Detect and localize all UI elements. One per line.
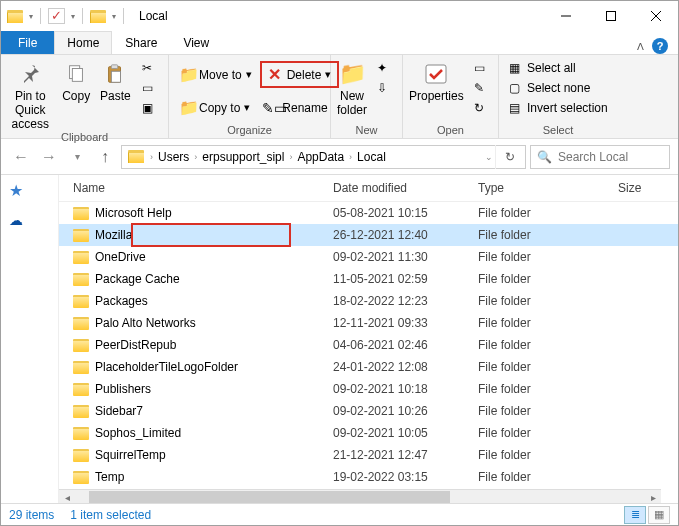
chevron-right-icon[interactable]: › bbox=[148, 152, 155, 162]
file-name: SquirrelTemp bbox=[95, 448, 166, 462]
address-dropdown-icon[interactable]: ⌄ bbox=[483, 152, 495, 162]
table-row[interactable]: PlaceholderTileLogoFolder24-01-2022 12:0… bbox=[59, 356, 678, 378]
table-row[interactable]: Sidebar709-02-2021 10:26File folder bbox=[59, 400, 678, 422]
delete-button[interactable]: ✕Delete ▾ bbox=[262, 63, 338, 86]
table-row[interactable]: PeerDistRepub04-06-2021 02:46File folder bbox=[59, 334, 678, 356]
nav-onedrive[interactable]: ☁ bbox=[1, 206, 58, 234]
table-row[interactable]: Mozilla26-12-2021 12:40File folder bbox=[59, 224, 678, 246]
col-type[interactable]: Type bbox=[478, 181, 618, 195]
properties-icon bbox=[424, 59, 448, 89]
open-button[interactable]: ▭ bbox=[470, 59, 494, 77]
chevron-right-icon[interactable]: › bbox=[192, 152, 199, 162]
svg-rect-8 bbox=[112, 71, 121, 82]
file-date: 09-02-2021 11:30 bbox=[333, 250, 478, 264]
tab-home[interactable]: Home bbox=[54, 31, 112, 54]
new-folder-button[interactable]: 📁 New folder bbox=[337, 57, 367, 117]
chevron-right-icon[interactable]: › bbox=[287, 152, 294, 162]
folder-icon bbox=[73, 229, 89, 242]
copy-path-button[interactable]: ▭ bbox=[138, 79, 162, 97]
select-none-button[interactable]: ▢Select none bbox=[505, 79, 612, 97]
search-icon: 🔍 bbox=[537, 150, 552, 164]
pin-icon bbox=[18, 59, 42, 89]
scissors-icon: ✂ bbox=[142, 61, 158, 75]
file-date: 11-05-2021 02:59 bbox=[333, 272, 478, 286]
back-button[interactable]: ← bbox=[9, 145, 33, 169]
history-button[interactable]: ↻ bbox=[470, 99, 494, 117]
rename-button[interactable]: ✎▭Rename bbox=[258, 98, 331, 118]
select-all-button[interactable]: ▦Select all bbox=[505, 59, 612, 77]
file-type: File folder bbox=[478, 404, 618, 418]
breadcrumb-appdata[interactable]: AppData bbox=[294, 150, 347, 164]
file-date: 05-08-2021 10:15 bbox=[333, 206, 478, 220]
search-input[interactable]: 🔍 Search Local bbox=[530, 145, 670, 169]
col-size[interactable]: Size bbox=[618, 181, 678, 195]
table-row[interactable]: Temp19-02-2022 03:15File folder bbox=[59, 466, 678, 488]
group-label-clipboard: Clipboard bbox=[7, 131, 162, 145]
qa-dropdown-icon[interactable]: ▾ bbox=[29, 12, 33, 21]
invert-selection-button[interactable]: ▤Invert selection bbox=[505, 99, 612, 117]
group-label-organize: Organize bbox=[175, 124, 324, 138]
refresh-button[interactable]: ↻ bbox=[495, 145, 523, 169]
copy-button[interactable]: Copy bbox=[60, 57, 93, 103]
table-row[interactable]: Palo Alto Networks12-11-2021 09:33File f… bbox=[59, 312, 678, 334]
edit-button[interactable]: ✎ bbox=[470, 79, 494, 97]
file-type: File folder bbox=[478, 448, 618, 462]
file-name: OneDrive bbox=[95, 250, 146, 264]
checkbox-icon[interactable]: ✓ bbox=[48, 8, 65, 24]
new-item-button[interactable]: ✦ bbox=[373, 59, 397, 77]
close-button[interactable] bbox=[633, 1, 678, 31]
minimize-button[interactable] bbox=[543, 1, 588, 31]
table-row[interactable]: Packages18-02-2022 12:23File folder bbox=[59, 290, 678, 312]
folder-icon bbox=[73, 405, 89, 418]
table-row[interactable]: Publishers09-02-2021 10:18File folder bbox=[59, 378, 678, 400]
qa-dropdown-icon[interactable]: ▾ bbox=[71, 12, 75, 21]
col-date[interactable]: Date modified bbox=[333, 181, 478, 195]
file-date: 19-02-2022 03:15 bbox=[333, 470, 478, 484]
pin-to-quick-access-button[interactable]: Pin to Quick access bbox=[7, 57, 54, 131]
up-button[interactable]: ↑ bbox=[93, 145, 117, 169]
paste-button[interactable]: Paste bbox=[99, 57, 132, 103]
recent-dropdown[interactable]: ▾ bbox=[65, 145, 89, 169]
tab-view[interactable]: View bbox=[170, 31, 222, 54]
address-bar[interactable]: › Users › erpsupport_sipl › AppData › Lo… bbox=[121, 145, 526, 169]
history-icon: ↻ bbox=[474, 101, 490, 115]
chevron-right-icon[interactable]: › bbox=[347, 152, 354, 162]
file-name: Palo Alto Networks bbox=[95, 316, 196, 330]
table-row[interactable]: OneDrive09-02-2021 11:30File folder bbox=[59, 246, 678, 268]
properties-button[interactable]: Properties bbox=[409, 57, 464, 103]
tab-file[interactable]: File bbox=[1, 31, 54, 54]
details-view-toggle[interactable]: ≣ bbox=[624, 506, 646, 524]
table-row[interactable]: Sophos_Limited09-02-2021 10:05File folde… bbox=[59, 422, 678, 444]
copy-to-button[interactable]: 📁Copy to ▾ bbox=[175, 96, 254, 119]
paste-shortcut-button[interactable]: ▣ bbox=[138, 99, 162, 117]
star-icon: ★ bbox=[9, 181, 23, 200]
rename-icon: ✎▭ bbox=[262, 100, 278, 116]
forward-button[interactable]: → bbox=[37, 145, 61, 169]
nav-quick-access[interactable]: ★ bbox=[1, 175, 58, 206]
group-label-open: Open bbox=[409, 124, 492, 138]
file-type: File folder bbox=[478, 250, 618, 264]
navigation-pane[interactable]: ★ ☁ bbox=[1, 175, 59, 505]
breadcrumb-user[interactable]: erpsupport_sipl bbox=[199, 150, 287, 164]
col-name[interactable]: Name bbox=[73, 181, 333, 195]
maximize-button[interactable] bbox=[588, 1, 633, 31]
cut-button[interactable]: ✂ bbox=[138, 59, 162, 77]
cloud-icon: ☁ bbox=[9, 212, 23, 228]
breadcrumb-users[interactable]: Users bbox=[155, 150, 192, 164]
tab-share[interactable]: Share bbox=[112, 31, 170, 54]
move-to-button[interactable]: 📁Move to ▾ bbox=[175, 63, 256, 86]
table-row[interactable]: Microsoft Help05-08-2021 10:15File folde… bbox=[59, 202, 678, 224]
qa-dropdown-icon[interactable]: ▾ bbox=[112, 12, 116, 21]
folder-icon bbox=[90, 10, 106, 23]
file-name: Mozilla bbox=[95, 228, 132, 242]
easy-access-button[interactable]: ⇩ bbox=[373, 79, 397, 97]
column-headers[interactable]: Name Date modified Type Size bbox=[59, 175, 678, 202]
breadcrumb-local[interactable]: Local bbox=[354, 150, 389, 164]
table-row[interactable]: Package Cache11-05-2021 02:59File folder bbox=[59, 268, 678, 290]
svg-rect-1 bbox=[606, 12, 615, 21]
ribbon-collapse-icon[interactable]: ᐱ bbox=[637, 41, 644, 52]
icons-view-toggle[interactable]: ▦ bbox=[648, 506, 670, 524]
table-row[interactable]: SquirrelTemp21-12-2021 12:47File folder bbox=[59, 444, 678, 466]
help-icon[interactable]: ? bbox=[652, 38, 668, 54]
file-date: 09-02-2021 10:05 bbox=[333, 426, 478, 440]
